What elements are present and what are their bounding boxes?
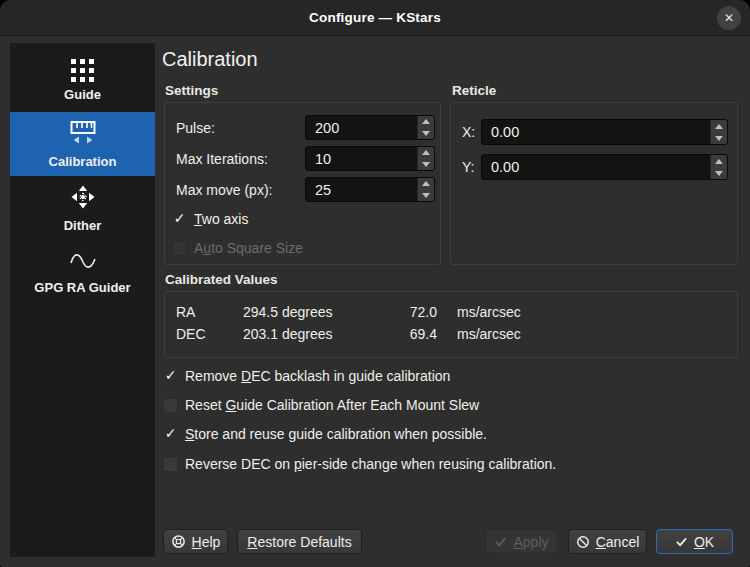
axis-name: DEC: [176, 326, 206, 342]
pulse-spin-buttons: [417, 116, 434, 139]
pulse-spinbox: 200: [305, 115, 435, 140]
sidebar-item-guide[interactable]: Guide: [10, 48, 155, 112]
max-iterations-spinbox: 10: [305, 146, 435, 171]
checkbox-label: Store and reuse guide calibration when p…: [185, 426, 487, 442]
reticle-x-spinbox: 0.00: [481, 119, 728, 145]
axis-unit: ms/arcsec: [457, 326, 521, 342]
sidebar-item-label: GPG RA Guider: [34, 280, 130, 295]
spin-up-button[interactable]: [418, 116, 434, 128]
two-axis-checkbox[interactable]: ✓ Two axis: [172, 210, 248, 228]
configure-dialog: Configure — KStars ✕ Guide: [0, 0, 750, 567]
sidebar: Guide Calibration: [10, 43, 155, 557]
check-icon: [675, 536, 688, 547]
checkbox-box: ✓: [163, 369, 178, 384]
move-icon: [70, 184, 96, 213]
close-icon: ✕: [724, 11, 734, 25]
reticle-y-value[interactable]: 0.00: [482, 155, 710, 179]
reset-guide-calibration-checkbox[interactable]: ✓ Reset Guide Calibration After Each Mou…: [163, 396, 479, 414]
spin-up-button[interactable]: [711, 155, 727, 167]
help-button[interactable]: Help: [163, 529, 228, 554]
check-icon: ✓: [174, 211, 186, 225]
restore-defaults-button[interactable]: Restore Defaults: [237, 529, 362, 554]
reticle-y-spin-buttons: [710, 155, 727, 179]
button-label: OK: [694, 534, 714, 550]
calibrated-row-dec: DEC 203.1 degrees 69.4 ms/arcsec: [164, 326, 738, 346]
check-icon: [494, 536, 507, 547]
sine-wave-icon: [68, 250, 98, 275]
reticle-x-value[interactable]: 0.00: [482, 120, 710, 144]
axis-angle: 203.1 degrees: [243, 326, 333, 342]
sidebar-item-label: Guide: [64, 87, 101, 102]
max-iterations-value[interactable]: 10: [306, 147, 417, 170]
axis-rate: 69.4: [377, 326, 437, 342]
spin-down-button[interactable]: [418, 128, 434, 140]
max-move-label: Max move (px):: [176, 177, 272, 202]
spin-down-button[interactable]: [418, 159, 434, 171]
pulse-value[interactable]: 200: [306, 116, 417, 139]
cancel-button[interactable]: Cancel: [568, 529, 647, 554]
checkbox-label: Remove DEC backlash in guide calibration: [185, 368, 450, 384]
titlebar: Configure — KStars ✕: [0, 0, 750, 36]
close-button[interactable]: ✕: [717, 6, 741, 30]
axis-rate: 72.0: [377, 304, 437, 320]
max-iterations-spin-buttons: [417, 147, 434, 170]
pulse-label: Pulse:: [176, 115, 215, 140]
calibrated-row-ra: RA 294.5 degrees 72.0 ms/arcsec: [164, 304, 738, 324]
max-iterations-label: Max Iterations:: [176, 146, 268, 171]
reticle-y-label: Y:: [462, 154, 474, 179]
sidebar-item-calibration[interactable]: Calibration: [10, 112, 155, 176]
checkbox-label: Reset Guide Calibration After Each Mount…: [185, 397, 479, 413]
calibrated-values-frame: [164, 291, 738, 358]
axis-unit: ms/arcsec: [457, 304, 521, 320]
cancel-icon: [576, 535, 590, 549]
check-icon: ✓: [165, 426, 177, 440]
axis-angle: 294.5 degrees: [243, 304, 333, 320]
max-move-value[interactable]: 25: [306, 178, 417, 201]
button-label: Apply: [513, 534, 548, 550]
checkbox-box: ✓: [172, 212, 187, 227]
dialog-body: Guide Calibration: [0, 36, 750, 567]
spin-down-button[interactable]: [711, 132, 727, 144]
reticle-group-title: Reticle: [452, 83, 496, 98]
window-title: Configure — KStars: [309, 10, 441, 25]
checkbox-label: Two axis: [194, 211, 248, 227]
lifebuoy-icon: [171, 534, 186, 549]
spin-up-button[interactable]: [418, 147, 434, 159]
spin-up-button[interactable]: [711, 120, 727, 132]
max-move-spinbox: 25: [305, 177, 435, 202]
apply-button[interactable]: Apply: [485, 529, 558, 554]
auto-square-size-checkbox[interactable]: ✓ Auto Square Size: [172, 239, 303, 257]
calibrated-values-group-title: Calibrated Values: [165, 272, 278, 287]
button-label: Help: [192, 534, 221, 550]
sidebar-item-label: Dither: [64, 218, 102, 233]
checkbox-label: Auto Square Size: [194, 240, 303, 256]
settings-group-title: Settings: [165, 83, 218, 98]
checkbox-box: ✓: [163, 398, 178, 413]
sidebar-item-gpg-ra-guider[interactable]: GPG RA Guider: [10, 240, 155, 304]
checkbox-box: ✓: [163, 457, 178, 472]
max-move-spin-buttons: [417, 178, 434, 201]
sidebar-item-label: Calibration: [49, 154, 117, 169]
ruler-icon: [68, 119, 98, 149]
spin-down-button[interactable]: [418, 190, 434, 202]
reticle-x-spin-buttons: [710, 120, 727, 144]
check-icon: ✓: [165, 368, 177, 382]
spin-up-button[interactable]: [418, 178, 434, 190]
store-reuse-calibration-checkbox[interactable]: ✓ Store and reuse guide calibration when…: [163, 425, 487, 443]
reticle-x-label: X:: [462, 119, 475, 144]
checkbox-box: ✓: [172, 241, 187, 256]
button-label: Cancel: [596, 534, 640, 550]
ok-button[interactable]: OK: [656, 529, 733, 554]
sidebar-item-dither[interactable]: Dither: [10, 176, 155, 240]
reverse-dec-pier-side-checkbox[interactable]: ✓ Reverse DEC on pier-side change when r…: [163, 455, 556, 473]
grid-icon: [71, 59, 94, 82]
reticle-y-spinbox: 0.00: [481, 154, 728, 180]
axis-name: RA: [176, 304, 195, 320]
button-label: Restore Defaults: [247, 534, 351, 550]
spin-down-button[interactable]: [711, 167, 727, 179]
page-title: Calibration: [162, 48, 258, 71]
remove-dec-backlash-checkbox[interactable]: ✓ Remove DEC backlash in guide calibrati…: [163, 367, 450, 385]
checkbox-label: Reverse DEC on pier-side change when reu…: [185, 456, 556, 472]
checkbox-box: ✓: [163, 427, 178, 442]
